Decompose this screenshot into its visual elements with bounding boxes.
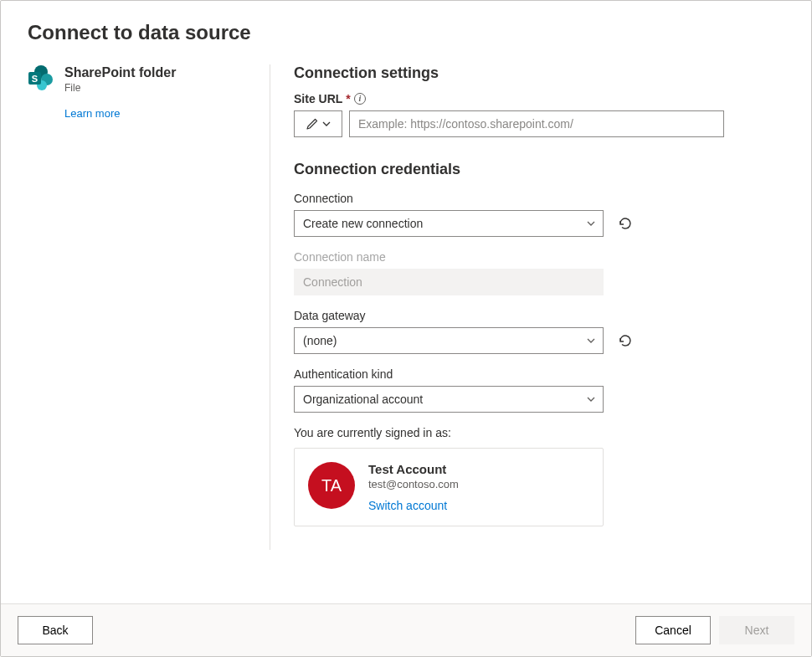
source-text: SharePoint folder File — [64, 64, 176, 94]
refresh-icon — [618, 333, 633, 348]
connection-credentials-heading: Connection credentials — [294, 161, 784, 178]
learn-more-link[interactable]: Learn more — [64, 107, 253, 120]
dialog-footer: Back Cancel Next — [1, 603, 811, 656]
connection-name-input: Connection — [294, 269, 604, 295]
page-title: Connect to data source — [28, 21, 784, 44]
edit-url-button[interactable] — [294, 110, 342, 137]
gateway-select-value: (none) — [303, 334, 337, 347]
account-name: Test Account — [368, 462, 459, 476]
gateway-field: Data gateway (none) — [294, 309, 784, 354]
connection-settings-heading: Connection settings — [294, 64, 784, 82]
avatar: TA — [308, 462, 355, 509]
site-url-row — [294, 110, 784, 137]
connect-datasource-dialog: Connect to data source S S — [0, 0, 812, 657]
right-column: Connection settings Site URL * i — [270, 64, 784, 550]
svg-text:S: S — [32, 74, 38, 84]
chevron-down-icon — [586, 394, 596, 404]
refresh-icon — [618, 216, 633, 231]
connection-label: Connection — [294, 192, 784, 205]
connection-select[interactable]: Create new connection — [294, 210, 604, 237]
source-block: S SharePoint folder File — [28, 64, 253, 94]
gateway-refresh-button[interactable] — [614, 329, 637, 352]
source-category: File — [64, 82, 176, 94]
connection-refresh-button[interactable] — [614, 212, 637, 235]
site-url-input[interactable] — [349, 110, 724, 137]
next-button: Next — [719, 616, 794, 644]
connection-select-value: Create new connection — [303, 217, 423, 230]
switch-account-link[interactable]: Switch account — [368, 499, 447, 512]
auth-select-value: Organizational account — [303, 393, 423, 406]
gateway-select[interactable]: (none) — [294, 327, 604, 354]
connection-field: Connection Create new connection — [294, 192, 784, 237]
account-email: test@contoso.com — [368, 478, 459, 490]
signed-in-label: You are currently signed in as: — [294, 426, 784, 439]
auth-select[interactable]: Organizational account — [294, 386, 604, 413]
site-url-label-text: Site URL — [294, 92, 342, 105]
connection-name-value: Connection — [303, 275, 362, 289]
gateway-label: Data gateway — [294, 309, 784, 322]
info-icon[interactable]: i — [354, 93, 366, 105]
auth-label: Authentication kind — [294, 367, 784, 381]
footer-right: Cancel Next — [635, 616, 794, 644]
account-info: Test Account test@contoso.com Switch acc… — [368, 462, 459, 512]
source-name: SharePoint folder — [64, 64, 176, 80]
left-column: S SharePoint folder File Learn more — [28, 64, 270, 550]
required-asterisk: * — [346, 92, 350, 105]
chevron-down-icon — [586, 336, 596, 346]
chevron-down-icon — [586, 218, 596, 228]
content-row: S SharePoint folder File Learn more Conn… — [28, 64, 784, 550]
chevron-down-icon — [322, 120, 331, 128]
connection-name-label: Connection name — [294, 250, 784, 264]
back-button[interactable]: Back — [18, 616, 93, 644]
dialog-body: Connect to data source S S — [1, 1, 811, 603]
auth-field: Authentication kind Organizational accou… — [294, 367, 784, 413]
account-card: TA Test Account test@contoso.com Switch … — [294, 448, 604, 526]
connection-name-field: Connection name Connection — [294, 250, 784, 295]
cancel-button[interactable]: Cancel — [635, 616, 711, 644]
site-url-label: Site URL * i — [294, 92, 784, 105]
sharepoint-icon: S — [28, 64, 54, 91]
pencil-icon — [306, 117, 319, 131]
